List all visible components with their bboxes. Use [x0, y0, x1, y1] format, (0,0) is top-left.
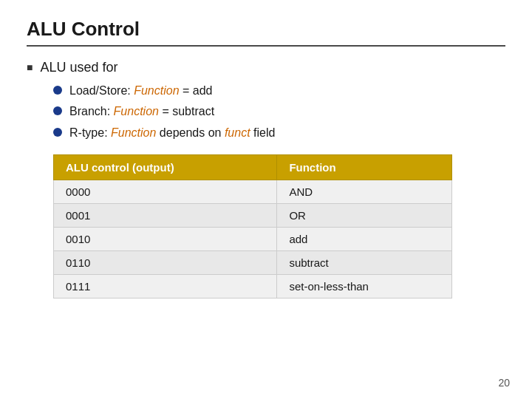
table-cell: 0110 [54, 251, 277, 275]
sub-bullet-text-3: R-type: Function depends on funct field [69, 125, 275, 141]
table-cell: 0111 [54, 275, 277, 299]
table-row: 0110subtract [54, 251, 452, 275]
col-header-alu-control: ALU control (output) [54, 155, 277, 180]
bullet-dot-icon [53, 86, 62, 95]
table-cell: AND [277, 180, 452, 204]
table-row: 0010add [54, 228, 452, 251]
table-cell: 0000 [54, 180, 277, 204]
table-cell: OR [277, 204, 452, 228]
sub-bullet-text-1: Load/Store: Function = add [69, 83, 212, 99]
main-bullet: ■ ALU used for [27, 60, 505, 75]
list-item: Load/Store: Function = add [53, 83, 505, 99]
alu-control-table: ALU control (output) Function 0000AND000… [53, 154, 452, 299]
sub-bullet-text-2: Branch: Function = subtract [69, 103, 214, 120]
main-heading: ALU used for [40, 60, 117, 75]
page-title: ALU Control [27, 18, 140, 40]
table-cell: add [277, 228, 452, 251]
sub-bullets-list: Load/Store: Function = add Branch: Funct… [53, 83, 505, 141]
table-cell: subtract [277, 251, 452, 275]
title-section: ALU Control [27, 18, 505, 47]
table-header-row: ALU control (output) Function [54, 155, 452, 180]
col-header-function: Function [277, 155, 452, 180]
page-number: 20 [498, 377, 510, 389]
table-wrapper: ALU control (output) Function 0000AND000… [53, 154, 505, 299]
bullet-dot-icon [53, 106, 62, 115]
table-row: 0001OR [54, 204, 452, 228]
table-cell: 0010 [54, 228, 277, 251]
list-item: Branch: Function = subtract [53, 103, 505, 120]
main-bullet-icon: ■ [27, 61, 33, 73]
list-item: R-type: Function depends on funct field [53, 125, 505, 141]
bullet-dot-icon [53, 128, 62, 137]
table-cell: set-on-less-than [277, 275, 452, 299]
table-cell: 0001 [54, 204, 277, 228]
table-row: 0111set-on-less-than [54, 275, 452, 299]
table-row: 0000AND [54, 180, 452, 204]
